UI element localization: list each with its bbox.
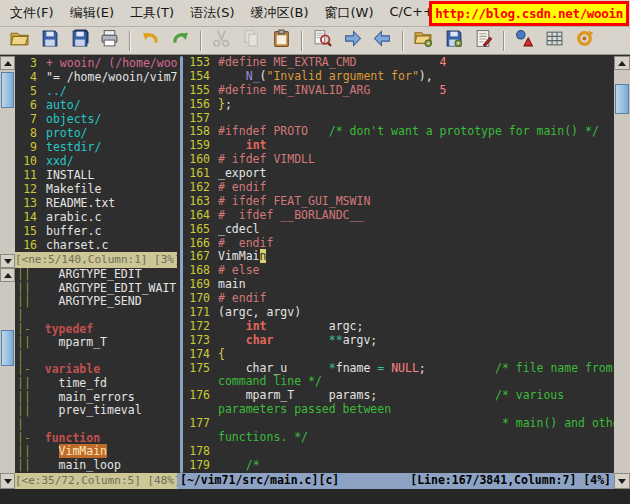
taglist-pane[interactable]: || ARGTYPE_EDIT|| ARGTYPE_EDIT_WAIT|| AR… [15,268,177,473]
taglist-scrollbar[interactable] [0,268,15,489]
code-line[interactable]: parameters passed between [186,403,614,417]
tag-jump-button[interactable] [571,29,598,53]
scrollbar-thumb[interactable] [615,84,629,114]
scroll-down-button[interactable] [0,473,15,489]
code-line[interactable]: 168# else [186,264,614,278]
code-line[interactable]: 177 * main() and other [186,417,614,431]
explorer-scrollbar[interactable] [0,56,15,268]
file-explorer-pane[interactable]: 3+ wooin/ (/home/wooin4"= /home/wooin/vi… [15,56,177,252]
print-button[interactable] [96,29,123,53]
line-text: |- variable [17,363,177,377]
scroll-up-button[interactable] [0,268,15,282]
code-line[interactable]: 156}; [186,98,614,112]
command-line[interactable] [0,489,630,504]
paste-button[interactable] [268,29,295,53]
explorer-file-row[interactable]: 7objects/ [15,112,177,126]
code-line[interactable]: 170# endif [186,292,614,306]
code-line[interactable]: 167VimMain [186,250,614,264]
code-line[interactable]: 158#ifndef PROTO /* don't want a prototy… [186,125,614,139]
taglist-tag-row[interactable]: || main_errors [15,391,177,405]
open-button[interactable] [6,29,33,53]
taglist-tag-row[interactable]: | [15,418,177,432]
find-next-button[interactable] [339,29,366,53]
build-tags-button[interactable] [541,29,568,53]
explorer-file-row[interactable]: 9testdir/ [15,140,177,154]
taglist-tag-row[interactable]: || ARGTYPE_SEND [15,295,177,309]
code-line[interactable]: 169main [186,278,614,292]
menu-item-window[interactable]: 窗口(W) [317,0,382,26]
code-line[interactable]: 171(argc, argv) [186,306,614,320]
code-line[interactable]: 166# endif [186,237,614,251]
scrollbar-thumb[interactable] [1,330,14,366]
taglist-tag-row[interactable]: |- typedef [15,323,177,337]
explorer-file-row[interactable]: 13README.txt [15,196,177,210]
explorer-file-row[interactable]: 6auto/ [15,98,177,112]
save-session-button[interactable] [440,29,467,53]
code-line[interactable]: 165_cdecl [186,223,614,237]
taglist-tag-row[interactable]: || mparm_T [15,336,177,350]
scrollbar-thumb[interactable] [1,72,14,108]
code-line[interactable]: functions. */ [186,431,614,445]
code-line[interactable]: 163# ifdef FEAT_GUI_MSWIN [186,195,614,209]
taglist-tag-row[interactable]: || prev_timeval [15,404,177,418]
code-line[interactable]: 160# ifdef VIMDLL [186,153,614,167]
menu-item-file[interactable]: 文件(F) [2,0,62,26]
code-line[interactable]: 153#define ME_EXTRA_CMD 4 [186,56,614,70]
taglist-tag-row[interactable]: | [15,309,177,323]
explorer-file-row[interactable]: 3+ wooin/ (/home/wooin [15,56,177,70]
taglist-tag-row[interactable]: | [15,350,177,364]
vertical-split-separator[interactable] [177,56,186,473]
make-button[interactable] [511,29,538,53]
scroll-up-button[interactable] [0,56,15,70]
scroll-down-button[interactable] [614,473,630,489]
run-script-button[interactable] [470,29,497,53]
menu-item-buffers[interactable]: 缓冲区(B) [242,0,316,26]
code-line[interactable]: 179 /* [186,459,614,473]
code-line[interactable]: 172 int argc; [186,320,614,334]
explorer-file-row[interactable]: 15buffer.c [15,224,177,238]
save-button[interactable] [36,29,63,53]
explorer-file-row[interactable]: 14arabic.c [15,210,177,224]
code-line[interactable]: 162# endif [186,181,614,195]
menu-item-syntax[interactable]: 语法(S) [182,0,242,26]
explorer-file-row[interactable]: 12Makefile [15,182,177,196]
segment-tag: ARGTYPE_EDIT_WAIT [59,281,177,295]
code-line[interactable]: 164# ifdef __BORLANDC__ [186,209,614,223]
code-line[interactable]: 157 [186,112,614,126]
taglist-tag-row[interactable]: || main_loop [15,459,177,473]
explorer-file-row[interactable]: 16charset.c [15,238,177,252]
scroll-down-button[interactable] [0,254,15,268]
code-line[interactable]: 159 int [186,139,614,153]
find-prev-button[interactable] [369,29,396,53]
undo-button[interactable] [137,29,164,53]
taglist-tag-row[interactable]: |- variable [15,363,177,377]
taglist-tag-row[interactable]: |- function [15,432,177,446]
code-line[interactable]: 155#define ME_INVALID_ARG 5 [186,84,614,98]
code-line[interactable]: 174{ [186,348,614,362]
menu-item-edit[interactable]: 编辑(E) [62,0,122,26]
code-pane[interactable]: 153#define ME_EXTRA_CMD 4154 N_("Invalid… [186,56,614,473]
taglist-tag-row[interactable]: || time_fd [15,377,177,391]
find-replace-button[interactable] [309,29,336,53]
explorer-file-row[interactable]: 4"= /home/wooin/vim71/ [15,70,177,84]
explorer-file-row[interactable]: 11INSTALL [15,168,177,182]
code-line[interactable]: 178 [186,445,614,459]
code-line[interactable]: 154 N_("Invalid argument for"), [186,70,614,84]
code-line[interactable]: command line */ [186,375,614,389]
explorer-file-row[interactable]: 5../ [15,84,177,98]
taglist-tag-row[interactable]: || ARGTYPE_EDIT [15,268,177,282]
taglist-tag-row[interactable]: || ARGTYPE_EDIT_WAIT [15,282,177,296]
code-line[interactable]: 173 char **argv; [186,334,614,348]
redo-button[interactable] [167,29,194,53]
code-line[interactable]: 161_export [186,167,614,181]
code-line[interactable]: 176 mparm_T params; /* various [186,389,614,403]
code-line[interactable]: 175 char_u *fname = NULL; /* file name f… [186,362,614,376]
explorer-file-row[interactable]: 8proto/ [15,126,177,140]
load-session-button[interactable] [410,29,437,53]
taglist-tag-row[interactable]: || VimMain [15,445,177,459]
save-all-button[interactable] [66,29,93,53]
explorer-file-row[interactable]: 10xxd/ [15,154,177,168]
menu-item-tools[interactable]: 工具(T) [122,0,182,26]
code-scrollbar[interactable] [614,56,630,489]
scroll-up-button[interactable] [614,56,630,70]
